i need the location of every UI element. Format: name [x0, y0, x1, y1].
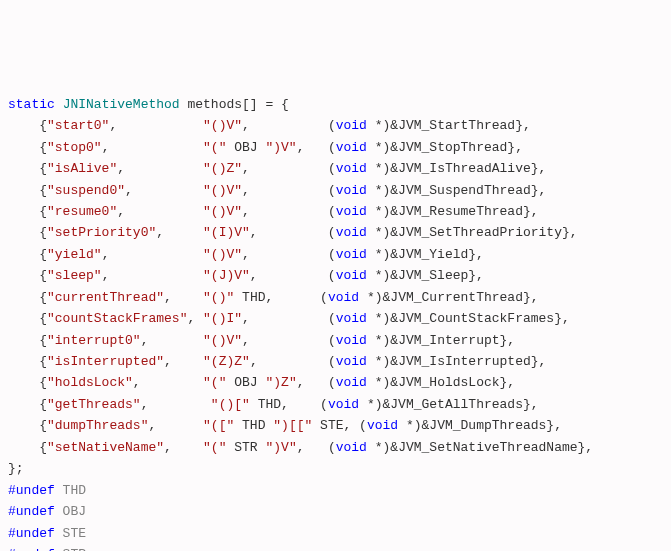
type-jni: JNINativeMethod [63, 97, 180, 112]
kw-static: static [8, 97, 55, 112]
undef-kw: #undef [8, 526, 55, 541]
undef-kw: #undef [8, 547, 55, 551]
undef-obj: OBJ [55, 504, 86, 519]
undef-ste: STE [55, 526, 86, 541]
entries-container: {"start0", "()V", (void *)&JVM_StartThre… [8, 118, 593, 455]
undef-thd: THD [55, 483, 86, 498]
undef-kw: #undef [8, 504, 55, 519]
methods-decl: methods[] = { [180, 97, 289, 112]
code-block: static JNINativeMethod methods[] = { {"s… [8, 94, 663, 551]
close-brace: }; [8, 461, 24, 476]
undef-kw: #undef [8, 483, 55, 498]
undef-str: STR [55, 547, 86, 551]
